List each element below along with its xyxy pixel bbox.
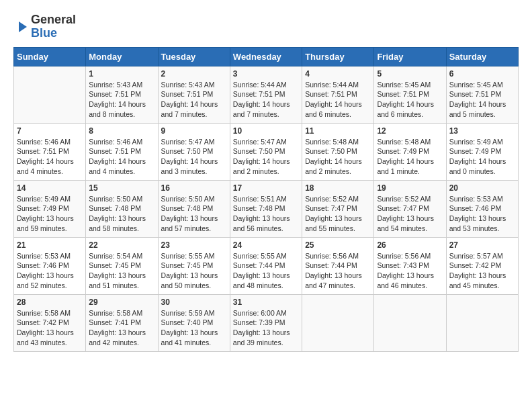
day-content: Sunrise: 5:50 AM Sunset: 7:48 PM Dayligh… [161,194,227,234]
calendar-cell: 20Sunrise: 5:53 AM Sunset: 7:46 PM Dayli… [446,180,518,237]
day-number: 7 [17,126,83,136]
calendar-cell: 4Sunrise: 5:44 AM Sunset: 7:51 PM Daylig… [302,66,374,123]
day-content: Sunrise: 5:44 AM Sunset: 7:51 PM Dayligh… [233,80,299,120]
day-number: 9 [161,126,227,136]
day-number: 25 [305,240,371,250]
column-header-tuesday: Tuesday [158,47,230,66]
column-header-saturday: Saturday [446,47,518,66]
day-number: 29 [89,298,154,307]
day-content: Sunrise: 5:54 AM Sunset: 7:45 PM Dayligh… [89,251,154,291]
day-number: 31 [233,298,299,307]
calendar-week-1: 1Sunrise: 5:43 AM Sunset: 7:51 PM Daylig… [14,66,519,123]
day-number: 5 [377,69,443,79]
day-content: Sunrise: 5:44 AM Sunset: 7:51 PM Dayligh… [305,80,371,120]
day-content: Sunrise: 5:49 AM Sunset: 7:49 PM Dayligh… [449,137,515,177]
day-content: Sunrise: 5:43 AM Sunset: 7:51 PM Dayligh… [161,80,227,120]
calendar-cell: 1Sunrise: 5:43 AM Sunset: 7:51 PM Daylig… [86,66,158,123]
calendar-cell: 30Sunrise: 5:59 AM Sunset: 7:40 PM Dayli… [158,294,230,351]
calendar-cell: 27Sunrise: 5:57 AM Sunset: 7:42 PM Dayli… [446,237,518,294]
day-number: 23 [161,240,227,250]
column-header-sunday: Sunday [14,47,86,66]
calendar-cell: 24Sunrise: 5:55 AM Sunset: 7:44 PM Dayli… [230,237,302,294]
day-content: Sunrise: 5:43 AM Sunset: 7:51 PM Dayligh… [89,80,154,120]
calendar-cell: 6Sunrise: 5:45 AM Sunset: 7:51 PM Daylig… [446,66,518,123]
day-number: 16 [161,183,227,193]
logo: GeneralBlue [13,13,76,40]
calendar-week-3: 14Sunrise: 5:49 AM Sunset: 7:49 PM Dayli… [14,180,519,237]
day-content: Sunrise: 5:49 AM Sunset: 7:49 PM Dayligh… [17,194,83,234]
column-header-friday: Friday [374,47,446,66]
page-header: GeneralBlue [13,13,519,40]
calendar-cell [374,294,446,351]
calendar-cell: 11Sunrise: 5:48 AM Sunset: 7:50 PM Dayli… [302,123,374,180]
calendar-cell: 2Sunrise: 5:43 AM Sunset: 7:51 PM Daylig… [158,66,230,123]
day-content: Sunrise: 5:56 AM Sunset: 7:43 PM Dayligh… [377,251,443,291]
calendar-cell [446,294,518,351]
day-number: 13 [449,126,515,136]
day-number: 3 [233,69,299,79]
calendar-cell: 31Sunrise: 6:00 AM Sunset: 7:39 PM Dayli… [230,294,302,351]
day-number: 8 [89,126,154,136]
calendar-cell: 14Sunrise: 5:49 AM Sunset: 7:49 PM Dayli… [14,180,86,237]
day-number: 26 [377,240,443,250]
day-number: 27 [449,240,515,250]
day-number: 6 [449,69,515,79]
calendar-cell: 5Sunrise: 5:45 AM Sunset: 7:51 PM Daylig… [374,66,446,123]
day-number: 21 [17,240,83,250]
header-row: SundayMondayTuesdayWednesdayThursdayFrid… [14,47,519,66]
calendar-table: SundayMondayTuesdayWednesdayThursdayFrid… [13,47,519,352]
calendar-cell: 22Sunrise: 5:54 AM Sunset: 7:45 PM Dayli… [86,237,158,294]
calendar-cell: 12Sunrise: 5:48 AM Sunset: 7:49 PM Dayli… [374,123,446,180]
day-content: Sunrise: 5:57 AM Sunset: 7:42 PM Dayligh… [449,251,515,291]
calendar-cell [14,66,86,123]
day-number: 17 [233,183,299,193]
day-number: 30 [161,298,227,307]
day-content: Sunrise: 5:47 AM Sunset: 7:50 PM Dayligh… [233,137,299,177]
day-content: Sunrise: 6:00 AM Sunset: 7:39 PM Dayligh… [233,308,299,348]
day-content: Sunrise: 5:45 AM Sunset: 7:51 PM Dayligh… [377,80,443,120]
day-content: Sunrise: 5:56 AM Sunset: 7:44 PM Dayligh… [305,251,371,291]
calendar-cell: 23Sunrise: 5:55 AM Sunset: 7:45 PM Dayli… [158,237,230,294]
day-content: Sunrise: 5:55 AM Sunset: 7:44 PM Dayligh… [233,251,299,291]
day-content: Sunrise: 5:48 AM Sunset: 7:50 PM Dayligh… [305,137,371,177]
column-header-wednesday: Wednesday [230,47,302,66]
day-content: Sunrise: 5:53 AM Sunset: 7:46 PM Dayligh… [17,251,83,291]
calendar-week-2: 7Sunrise: 5:46 AM Sunset: 7:51 PM Daylig… [14,123,519,180]
calendar-cell [302,294,374,351]
day-content: Sunrise: 5:58 AM Sunset: 7:41 PM Dayligh… [89,308,154,348]
day-content: Sunrise: 5:58 AM Sunset: 7:42 PM Dayligh… [17,308,83,348]
day-number: 1 [89,69,154,79]
day-content: Sunrise: 5:48 AM Sunset: 7:49 PM Dayligh… [377,137,443,177]
day-content: Sunrise: 5:46 AM Sunset: 7:51 PM Dayligh… [89,137,154,177]
day-content: Sunrise: 5:53 AM Sunset: 7:46 PM Dayligh… [449,194,515,234]
day-number: 28 [17,298,83,307]
day-content: Sunrise: 5:50 AM Sunset: 7:48 PM Dayligh… [89,194,154,234]
calendar-cell: 10Sunrise: 5:47 AM Sunset: 7:50 PM Dayli… [230,123,302,180]
day-number: 10 [233,126,299,136]
calendar-cell: 8Sunrise: 5:46 AM Sunset: 7:51 PM Daylig… [86,123,158,180]
calendar-cell: 18Sunrise: 5:52 AM Sunset: 7:47 PM Dayli… [302,180,374,237]
day-content: Sunrise: 5:47 AM Sunset: 7:50 PM Dayligh… [161,137,227,177]
calendar-cell: 25Sunrise: 5:56 AM Sunset: 7:44 PM Dayli… [302,237,374,294]
calendar-cell: 28Sunrise: 5:58 AM Sunset: 7:42 PM Dayli… [14,294,86,351]
calendar-cell: 17Sunrise: 5:51 AM Sunset: 7:48 PM Dayli… [230,180,302,237]
day-number: 4 [305,69,371,79]
day-number: 19 [377,183,443,193]
calendar-week-5: 28Sunrise: 5:58 AM Sunset: 7:42 PM Dayli… [14,294,519,351]
day-number: 14 [17,183,83,193]
calendar-cell: 19Sunrise: 5:52 AM Sunset: 7:47 PM Dayli… [374,180,446,237]
day-number: 18 [305,183,371,193]
day-content: Sunrise: 5:46 AM Sunset: 7:51 PM Dayligh… [17,137,83,177]
calendar-cell: 29Sunrise: 5:58 AM Sunset: 7:41 PM Dayli… [86,294,158,351]
logo-general-text: General [31,13,76,27]
svg-marker-0 [19,21,27,32]
calendar-cell: 7Sunrise: 5:46 AM Sunset: 7:51 PM Daylig… [14,123,86,180]
day-number: 15 [89,183,154,193]
calendar-cell: 3Sunrise: 5:44 AM Sunset: 7:51 PM Daylig… [230,66,302,123]
day-number: 2 [161,69,227,79]
calendar-cell: 21Sunrise: 5:53 AM Sunset: 7:46 PM Dayli… [14,237,86,294]
calendar-week-4: 21Sunrise: 5:53 AM Sunset: 7:46 PM Dayli… [14,237,519,294]
day-content: Sunrise: 5:52 AM Sunset: 7:47 PM Dayligh… [305,194,371,234]
logo-blue-text: Blue [31,27,76,40]
calendar-cell: 9Sunrise: 5:47 AM Sunset: 7:50 PM Daylig… [158,123,230,180]
